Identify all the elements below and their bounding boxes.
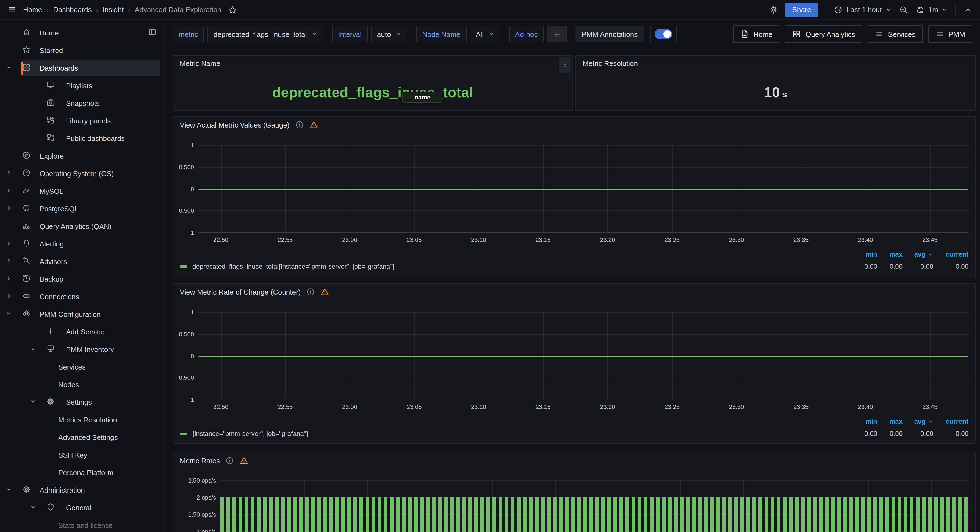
- breadcrumb-item-dashboards[interactable]: Dashboards: [53, 5, 92, 14]
- info-icon[interactable]: [306, 287, 315, 296]
- sidebar-item-playlists[interactable]: Playlists: [0, 77, 164, 95]
- collapse-topbar-icon[interactable]: [964, 5, 972, 14]
- legend-stat-header-min[interactable]: min: [853, 418, 877, 426]
- chart-plot-area[interactable]: [199, 145, 969, 232]
- sidebar-item-public-dashboards[interactable]: Public dashboards: [0, 130, 164, 147]
- sidebar-item-nodes[interactable]: Nodes: [0, 376, 164, 394]
- chart-plot-area[interactable]: [220, 480, 969, 532]
- sidebar-item-general[interactable]: General: [0, 499, 164, 517]
- panel-title[interactable]: Metric Name: [173, 56, 572, 71]
- chevron-right-icon[interactable]: [5, 205, 12, 213]
- sidebar-item-alerting[interactable]: Alerting: [0, 235, 164, 253]
- nav-sidebar: HomeStarredDashboardsPlaylistsSnapshotsL…: [0, 20, 165, 532]
- chevron-down-icon[interactable]: [5, 310, 12, 319]
- gear-icon[interactable]: [769, 5, 778, 14]
- chevron-right-icon[interactable]: [5, 187, 12, 195]
- sidebar-item-ssh-key[interactable]: SSH Key: [0, 446, 164, 464]
- chevron-down-icon[interactable]: [5, 64, 12, 72]
- zoom-out-icon[interactable]: [899, 5, 908, 14]
- panel-title[interactable]: Metric Resolution: [576, 56, 975, 71]
- chevron-right-icon[interactable]: [5, 240, 12, 248]
- link-button-pmm[interactable]: PMM: [928, 25, 972, 43]
- variable-label-metric[interactable]: metric: [173, 26, 204, 42]
- sidebar-item-stats-and-license[interactable]: Stats and license: [0, 517, 164, 532]
- sidebar-item-dashboards[interactable]: Dashboards: [0, 59, 164, 77]
- sidebar-item-percona-platform[interactable]: Percona Platform: [0, 464, 164, 481]
- sidebar-item-pmm-inventory[interactable]: PMM Inventory: [0, 341, 164, 358]
- legend-stat-header-current[interactable]: current: [933, 418, 969, 426]
- chevron-down-icon[interactable]: [30, 345, 36, 354]
- legend-stat-header-current[interactable]: current: [933, 251, 969, 258]
- warning-icon[interactable]: [309, 121, 318, 129]
- time-range-picker[interactable]: Last 1 hour: [834, 5, 891, 14]
- sidebar-item-home[interactable]: Home: [0, 24, 164, 42]
- variable-value-metric[interactable]: deprecated_flags_inuse_total: [207, 26, 323, 42]
- series-name[interactable]: deprecated_flags_inuse_total{instance="p…: [192, 263, 395, 270]
- sidebar-item-advanced-settings[interactable]: Advanced Settings: [0, 429, 164, 446]
- chevron-right-icon[interactable]: [5, 293, 12, 301]
- sidebar-item-connections[interactable]: Connections: [0, 288, 164, 306]
- variable-label-node-name[interactable]: Node Name: [416, 26, 466, 42]
- sidebar-item-library-panels[interactable]: Library panels: [0, 112, 164, 130]
- sidebar-item-pmm-configuration[interactable]: PMM Configuration: [0, 306, 164, 323]
- sidebar-item-mysql[interactable]: MySQL: [0, 183, 164, 200]
- sidebar-item-operating-system-os[interactable]: Operating System (OS): [0, 165, 164, 183]
- series-name[interactable]: {instance="pmm-server", job="grafana"}: [192, 430, 309, 437]
- hamburger-menu-icon[interactable]: [8, 5, 16, 14]
- pmm-annotations-toggle[interactable]: [650, 26, 676, 42]
- warning-icon[interactable]: [240, 456, 248, 465]
- link-button-home[interactable]: Home: [733, 25, 780, 43]
- sidebar-item-advisors[interactable]: Advisors: [0, 253, 164, 270]
- sidebar-item-add-service[interactable]: Add Service: [0, 323, 164, 341]
- warning-icon[interactable]: [320, 287, 329, 296]
- panel-title[interactable]: View Actual Metric Values (Gauge): [173, 116, 975, 133]
- sidebar-item-administration[interactable]: Administration: [0, 481, 164, 499]
- sidebar-item-metrics-resolution[interactable]: Metrics Resolution: [0, 411, 164, 429]
- legend-stat-header-avg[interactable]: avg: [902, 418, 933, 426]
- sidebar-item-backup[interactable]: Backup: [0, 270, 164, 288]
- panel-title[interactable]: Metric Rates: [173, 452, 975, 469]
- sidebar-item-settings[interactable]: Settings: [0, 394, 164, 411]
- breadcrumb-item-advanced-data-exploration[interactable]: Advanced Data Exploration: [135, 5, 221, 14]
- sidebar-item-query-analytics-qan[interactable]: Query Analytics (QAN): [0, 218, 164, 235]
- sidebar-item-snapshots[interactable]: Snapshots: [0, 95, 164, 112]
- chevron-down-icon[interactable]: [5, 486, 12, 494]
- bell-icon: [22, 239, 31, 248]
- info-icon[interactable]: [225, 456, 234, 465]
- link-button-query-analytics[interactable]: Query Analytics: [785, 25, 862, 43]
- panel-title[interactable]: View Metric Rate of Change (Counter): [173, 284, 975, 300]
- breadcrumb-item-home[interactable]: Home: [23, 5, 42, 14]
- sidebar-item-label: Query Analytics (QAN): [40, 222, 111, 230]
- h-gridline: [199, 400, 969, 400]
- legend-stat-header-min[interactable]: min: [853, 251, 877, 258]
- chevron-down-icon[interactable]: [30, 504, 36, 512]
- pmm-annotations-label[interactable]: PMM Annotations: [576, 26, 644, 42]
- variable-value-interval[interactable]: auto: [371, 26, 407, 42]
- info-icon[interactable]: [295, 121, 304, 129]
- link-button-services[interactable]: Services: [868, 25, 923, 43]
- legend-stat-header-max[interactable]: max: [877, 418, 902, 426]
- dock-icon[interactable]: [148, 28, 157, 38]
- adhoc-label[interactable]: Ad-hoc: [509, 26, 544, 42]
- chevron-down-icon[interactable]: [30, 398, 36, 407]
- panel-menu-button[interactable]: [559, 57, 571, 73]
- refresh-picker[interactable]: 1m: [916, 5, 948, 14]
- breadcrumb-item-insight[interactable]: Insight: [103, 5, 124, 14]
- y-axis-tick: 2 ops/s: [173, 494, 216, 501]
- sidebar-item-services[interactable]: Services: [0, 358, 164, 376]
- chevron-right-icon[interactable]: [5, 275, 12, 283]
- chevron-right-icon[interactable]: [5, 257, 12, 266]
- sidebar-item-explore[interactable]: Explore: [0, 147, 164, 165]
- variable-value-node-name[interactable]: All: [470, 26, 500, 42]
- chart-plot-area[interactable]: [199, 312, 969, 400]
- share-button[interactable]: Share: [786, 3, 818, 17]
- variable-label-interval[interactable]: Interval: [332, 26, 368, 42]
- sidebar-item-starred[interactable]: Starred: [0, 42, 164, 59]
- star-icon[interactable]: [228, 5, 237, 14]
- legend-stat-header-avg[interactable]: avg: [902, 251, 933, 258]
- variable-value-text: auto: [377, 30, 391, 38]
- sidebar-item-postgresql[interactable]: PostgreSQL: [0, 200, 164, 218]
- legend-stat-header-max[interactable]: max: [877, 251, 902, 258]
- add-filter-button[interactable]: [547, 26, 567, 42]
- chevron-right-icon[interactable]: [5, 170, 12, 178]
